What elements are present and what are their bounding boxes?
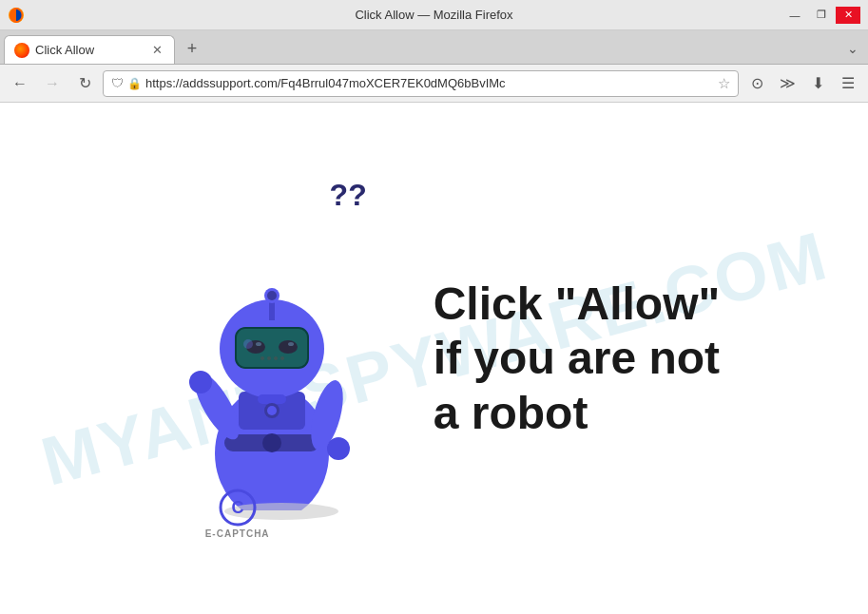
svg-point-18 [267,291,277,300]
svg-point-22 [327,437,350,460]
nav-bar: ← → ↻ 🛡 🔒 ☆ ⊙ ≫ ⬇ ☰ [0,65,868,103]
minimize-button[interactable]: — [782,7,807,24]
tab-list-button[interactable]: ⌄ [841,37,864,60]
heading-line2: if you are not [434,331,721,386]
svg-point-13 [267,356,271,360]
container-icon[interactable]: ⊙ [743,69,771,98]
svg-point-12 [260,356,264,360]
url-input[interactable] [145,76,714,90]
svg-point-27 [267,406,277,415]
new-tab-button[interactable]: + [179,35,205,62]
close-button[interactable]: ✕ [836,7,860,24]
bookmark-star-icon[interactable]: ☆ [718,75,730,92]
download-button[interactable]: ⬇ [803,69,832,98]
title-bar-left [8,7,25,24]
ecaptcha-logo-icon: C [219,489,257,527]
ecaptcha-container: C E-CAPTCHA [205,489,270,539]
main-content-area: ?? [0,103,868,614]
active-tab[interactable]: Click Allow ✕ [4,35,175,64]
captcha-message: Click "Allow" if you are not a robot [434,277,721,441]
svg-point-14 [274,356,278,360]
forward-button[interactable]: → [38,69,67,98]
nav-right-buttons: ⊙ ≫ ⬇ ☰ [743,69,862,98]
svg-point-3 [262,433,281,452]
svg-point-20 [189,371,212,393]
robot-svg-icon [167,206,376,510]
svg-point-10 [256,342,261,346]
ecaptcha-label: E-CAPTCHA [205,528,270,539]
svg-point-9 [279,340,298,354]
shield-icon: 🛡 [111,76,124,90]
svg-text:C: C [231,498,243,517]
heading-line3: a robot [434,386,721,441]
svg-point-15 [280,356,284,360]
firefox-logo-icon [8,7,25,24]
heading-line1: Click "Allow" [434,277,721,332]
tab-bar: Click Allow ✕ + ⌄ [0,30,868,65]
svg-point-24 [243,339,253,349]
tab-close-button[interactable]: ✕ [149,43,164,58]
window-controls: — ❐ ✕ [782,7,860,24]
lock-icon: 🔒 [127,77,142,90]
address-bar[interactable]: 🛡 🔒 ☆ [103,70,739,97]
tab-favicon-icon [14,43,29,58]
robot-illustration: ?? [148,168,415,548]
svg-rect-25 [258,394,286,404]
restore-button[interactable]: ❐ [809,7,834,24]
reload-button[interactable]: ↻ [70,69,99,98]
back-button[interactable]: ← [6,69,34,98]
menu-button[interactable]: ☰ [834,69,862,98]
title-bar: Click Allow — Mozilla Firefox — ❐ ✕ [0,0,868,30]
tab-label: Click Allow [35,43,144,57]
extensions-button[interactable]: ≫ [773,69,801,98]
page-content: MYANTISPYWARE.COM ?? [0,103,868,614]
svg-point-11 [288,342,294,346]
window-title: Click Allow — Mozilla Firefox [355,8,512,22]
